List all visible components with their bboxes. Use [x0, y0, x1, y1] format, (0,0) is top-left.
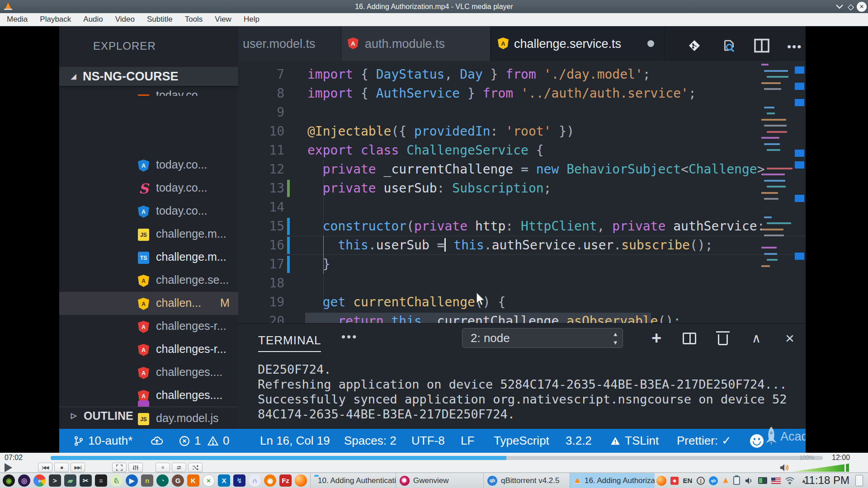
file-item[interactable]: [59, 394, 238, 407]
maximize-panel-icon[interactable]: ∧: [747, 331, 765, 347]
vlc-title-bar[interactable]: 16. Adding Authorization.mp4 - VLC media…: [0, 0, 868, 13]
git-branch-status[interactable]: 10-auth*: [73, 429, 132, 453]
menu-video[interactable]: Video: [115, 15, 135, 24]
menu-media[interactable]: Media: [7, 15, 28, 24]
tray-network-wifi-icon[interactable]: [785, 476, 795, 486]
code-line-12[interactable]: 12 private _currentChallenge = new Behav…: [238, 160, 806, 179]
file-item-today.co...[interactable]: Stoday.co...: [59, 177, 238, 200]
menu-playback[interactable]: Playback: [40, 15, 71, 24]
tab-user.model.ts[interactable]: user.model.ts: [238, 26, 341, 61]
seek-bar[interactable]: [51, 456, 823, 460]
tray-volume-tray-icon[interactable]: [744, 476, 754, 486]
split-editor-icon[interactable]: [754, 38, 772, 52]
terminal-output[interactable]: DE250F724.Refreshing application on devi…: [258, 362, 801, 422]
taskbar-app-headphones-app-icon[interactable]: ∩: [249, 474, 261, 487]
sync-status[interactable]: [150, 429, 164, 453]
video-display[interactable]: EXPLORER ◢ NS-NG-COURSE today.co...Atoda…: [0, 26, 868, 453]
cursor-position[interactable]: Ln 16, Col 19: [260, 429, 330, 453]
tray-pause-indicator-icon[interactable]: ∥: [697, 477, 705, 485]
tray-klipper-icon[interactable]: [733, 476, 740, 485]
tray-firefox-tray-icon[interactable]: [656, 476, 666, 486]
taskbar-window-2[interactable]: Gwenview: [396, 473, 483, 488]
search-editors-icon[interactable]: [720, 38, 738, 52]
taskbar-app-teal-recorder-icon[interactable]: ◔: [156, 474, 169, 487]
taskbar-app-crossover-icon[interactable]: ×: [203, 474, 215, 487]
menu-audio[interactable]: Audio: [83, 15, 103, 24]
fullscreen-button[interactable]: [112, 463, 127, 472]
file-item-challengesr...[interactable]: Achallenges-r...: [59, 315, 238, 338]
typescript-version[interactable]: 3.2.2: [566, 429, 592, 453]
explorer-root-folder[interactable]: ◢ NS-NG-COURSE: [59, 67, 238, 86]
code-line-10[interactable]: 10@Injectable({ providedIn: 'root' }): [238, 122, 806, 141]
code-editor[interactable]: 7import { DayStatus, Day } from './day.m…: [238, 61, 806, 323]
indentation[interactable]: Spaces: 2: [344, 429, 396, 453]
code-line-19[interactable]: 19 get currentChallenge() {: [238, 293, 806, 312]
taskbar-app-green-app-icon[interactable]: ♘: [110, 474, 123, 487]
taskbar-app-firefox-icon[interactable]: [295, 474, 307, 487]
tray-display-tray-icon[interactable]: [758, 477, 767, 484]
volume-slider-handle[interactable]: [844, 464, 846, 472]
code-line-7[interactable]: 7import { DayStatus, Day } from './day.m…: [238, 65, 806, 84]
code-line-13[interactable]: 13 private userSub: Subscription;: [238, 179, 806, 198]
minimap[interactable]: [761, 61, 791, 323]
taskbar-app-filezilla-icon[interactable]: Fz: [279, 474, 292, 487]
taskbar-app-gimp-icon[interactable]: G: [172, 474, 184, 487]
code-line-8[interactable]: 8import { AuthService } from '../auth/au…: [238, 84, 806, 103]
file-item-challenges....[interactable]: Achallenges....: [59, 361, 238, 384]
language-mode[interactable]: TypeScript: [494, 429, 549, 453]
tray-qbittorrent-tray-icon[interactable]: qb: [709, 476, 718, 485]
clock[interactable]: 11:18 PM: [804, 474, 849, 487]
tray-us-flag-icon[interactable]: [771, 478, 781, 484]
taskbar-app-notepadqq-icon[interactable]: n: [141, 474, 153, 487]
extended-settings-button[interactable]: [128, 463, 143, 472]
taskbar-app-tor-browser-icon[interactable]: ◎: [18, 474, 30, 487]
close-panel-icon[interactable]: ×: [781, 331, 799, 347]
volume-slider[interactable]: [792, 464, 849, 472]
taskbar-app-krita-icon[interactable]: K: [187, 474, 199, 487]
taskbar-window-4[interactable]: 16. Adding Authorizati...: [570, 473, 655, 488]
more-actions-icon[interactable]: •••: [787, 40, 805, 53]
menu-help[interactable]: Help: [244, 15, 259, 24]
minimize-button[interactable]: [834, 1, 845, 12]
previous-button[interactable]: |◀◀: [38, 463, 52, 472]
error-count[interactable]: 1: [178, 429, 201, 453]
code-line-18[interactable]: 18: [238, 274, 806, 293]
taskbar-app-blender-icon[interactable]: ◉: [264, 474, 276, 487]
tray-vlc-tray-icon[interactable]: [723, 478, 728, 483]
eol-sequence[interactable]: LF: [461, 429, 474, 453]
file-item-today.co...[interactable]: today.co...: [59, 84, 238, 96]
tab-auth.module.ts[interactable]: Aauth.module.ts: [341, 26, 491, 61]
code-line-16[interactable]: 16 this.userSub = this.authService.user.…: [238, 236, 806, 255]
taskbar-window-1[interactable]: 10. Adding Authenticati...: [310, 473, 396, 488]
terminal-more-icon[interactable]: •••: [341, 330, 358, 344]
taskbar-app-screenshot-tool-icon[interactable]: ✂: [80, 474, 92, 487]
playlist-button[interactable]: ≡: [156, 463, 170, 472]
scrollbar-markers[interactable]: [794, 61, 806, 323]
code-line-20[interactable]: 20 return this._currentChallenge.asObser…: [238, 312, 806, 323]
show-desktop-button[interactable]: [855, 475, 863, 486]
tray-keyboard-layout-icon[interactable]: EN: [683, 476, 693, 486]
menu-subtitle[interactable]: Subtitle: [147, 15, 173, 24]
new-terminal-icon[interactable]: +: [647, 331, 665, 347]
split-terminal-icon[interactable]: [680, 331, 698, 347]
play-button[interactable]: [5, 463, 12, 472]
tray-app-indicator-icon[interactable]: ◆: [670, 477, 679, 485]
code-line-15[interactable]: 15 constructor(private http: HttpClient,…: [238, 217, 806, 236]
code-line-17[interactable]: 17 }: [238, 255, 806, 274]
file-item-challenge.m...[interactable]: TSchallenge.m...: [59, 246, 238, 269]
tab-challenge.service.ts[interactable]: Achallenge.service.ts: [491, 26, 665, 61]
terminal-panel[interactable]: TERMINAL ••• 2: node ▴▾ + ∧ × DE250F724.…: [238, 323, 806, 429]
taskbar-window-3[interactable]: qbqBittorrent v4.2.5: [483, 473, 570, 488]
prettier-status[interactable]: Prettier:: [677, 429, 731, 453]
file-item-challenge.m...[interactable]: JSchallenge.m...: [59, 223, 238, 246]
loop-button[interactable]: [172, 463, 186, 472]
taskbar-app-chrome-icon[interactable]: ●: [33, 474, 46, 487]
next-button[interactable]: ▶▶|: [71, 463, 85, 472]
terminal-tab[interactable]: TERMINAL: [258, 333, 321, 347]
maximize-button[interactable]: ◇: [845, 1, 856, 12]
file-item-today.co...[interactable]: Atoday.co...: [59, 154, 238, 177]
taskbar-app-opensuse-icon[interactable]: ◉: [3, 474, 15, 487]
file-item-challenge.se...[interactable]: Achallenge.se...: [59, 269, 238, 292]
taskbar-app-konsole-icon[interactable]: >: [49, 474, 61, 487]
taskbar-app-settings-sliders-icon[interactable]: ≡: [95, 474, 107, 487]
